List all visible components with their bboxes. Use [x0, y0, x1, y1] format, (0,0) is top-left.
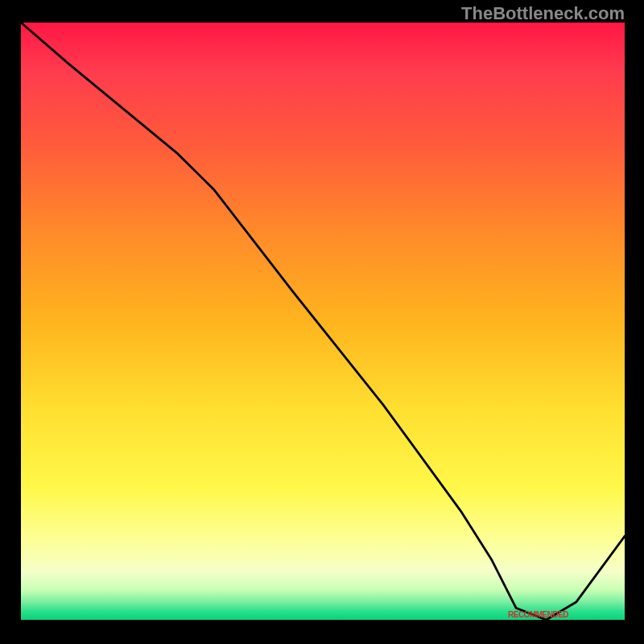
recommended-marker: RECOMMENDED [508, 610, 568, 619]
watermark-text: TheBottleneck.com [461, 3, 625, 24]
bottleneck-curve [21, 23, 625, 620]
chart-plot-area: RECOMMENDED [21, 23, 625, 620]
